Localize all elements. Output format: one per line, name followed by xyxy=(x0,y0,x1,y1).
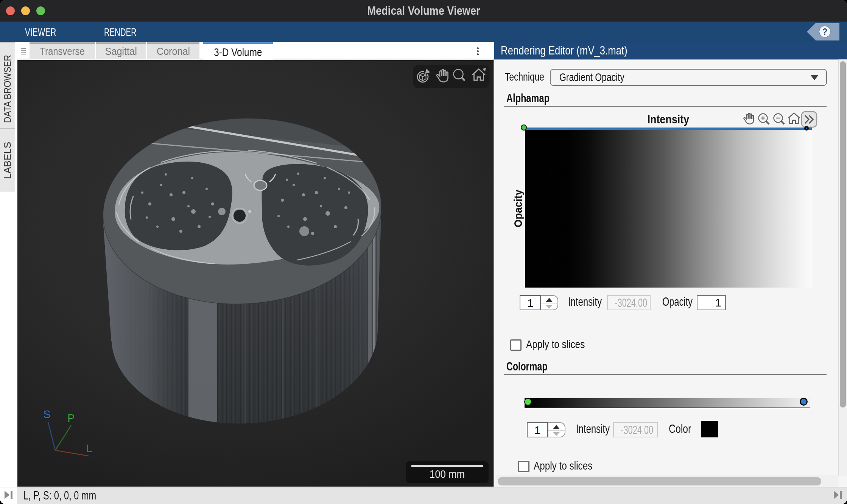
svg-text:S: S xyxy=(43,408,50,420)
svg-text:L: L xyxy=(86,442,92,454)
svg-text:P: P xyxy=(67,412,75,424)
